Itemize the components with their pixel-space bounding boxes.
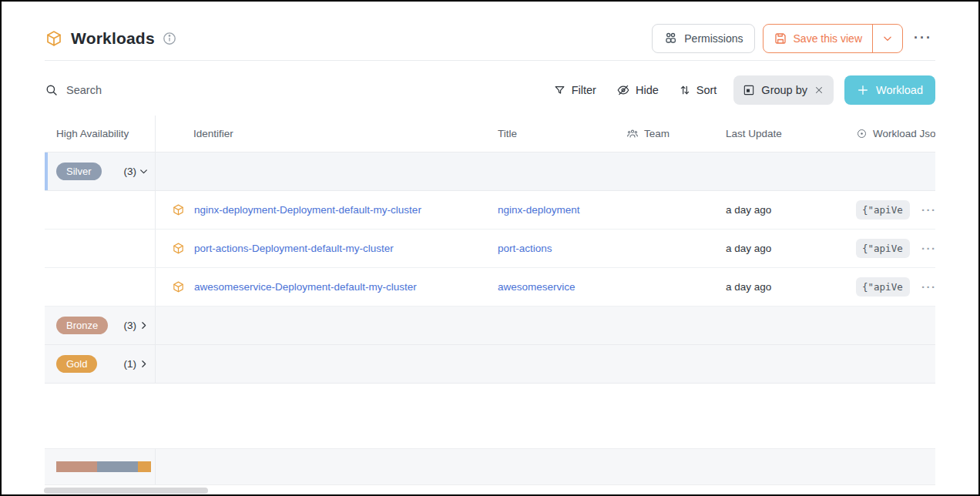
- last-update-text: a day ago: [726, 204, 771, 216]
- column-header-team[interactable]: Team: [617, 128, 717, 140]
- chevron-right-icon: [139, 359, 149, 369]
- toolbar: Filter Hide: [45, 75, 935, 106]
- chevron-right-icon: [139, 320, 149, 330]
- summary-segment-silver: [97, 461, 138, 472]
- sort-button[interactable]: Sort: [679, 84, 717, 96]
- table-header: High Availability Identifier Title Team …: [45, 116, 935, 152]
- save-view-dropdown[interactable]: [872, 25, 902, 52]
- group-pill-gold: Gold: [56, 355, 97, 373]
- header-more-button[interactable]: ···: [911, 30, 935, 46]
- group-row-bronze[interactable]: Bronze (3): [45, 307, 935, 345]
- group-by-chip[interactable]: Group by: [733, 75, 834, 105]
- page-title: Workloads: [71, 29, 155, 48]
- workload-cube-icon: [172, 242, 185, 255]
- group-pill-bronze: Bronze: [56, 317, 108, 334]
- plus-icon: [857, 84, 869, 96]
- group-count: (3): [124, 320, 137, 331]
- cell-high-availability: [45, 191, 156, 229]
- row-more-button[interactable]: ···: [921, 280, 935, 293]
- summary-segment-bronze: [56, 461, 97, 472]
- cell-high-availability: [45, 268, 156, 306]
- column-header-high-availability[interactable]: High Availability: [45, 116, 156, 152]
- group-row-silver[interactable]: Silver (3): [45, 152, 935, 191]
- identifier-link[interactable]: nginx-deployment-Deployment-default-my-c…: [194, 204, 421, 216]
- info-icon[interactable]: [163, 32, 176, 45]
- group-row-gold[interactable]: Gold (1): [45, 345, 935, 384]
- workload-cube-icon: [45, 29, 63, 48]
- summary-row: [45, 448, 935, 485]
- column-header-title[interactable]: Title: [486, 128, 617, 139]
- hide-button[interactable]: Hide: [616, 83, 659, 97]
- filter-button[interactable]: Filter: [553, 84, 596, 97]
- filter-icon: [553, 84, 566, 97]
- users-icon: [663, 31, 678, 45]
- save-icon: [774, 32, 787, 45]
- save-view-split-button: Save this view: [763, 24, 903, 53]
- identifier-link[interactable]: awesomeservice-Deployment-default-my-clu…: [194, 281, 417, 293]
- table-row[interactable]: port-actions-Deployment-default-my-clust…: [45, 230, 935, 268]
- add-workload-label: Workload: [876, 84, 923, 96]
- chevron-down-icon: [139, 166, 149, 176]
- column-header-last-update[interactable]: Last Update: [717, 128, 848, 139]
- permissions-label: Permissions: [684, 32, 743, 45]
- group-count: (1): [124, 358, 137, 370]
- table-row[interactable]: nginx-deployment-Deployment-default-my-c…: [45, 191, 935, 230]
- sort-icon: [679, 84, 691, 96]
- scrollbar-thumb[interactable]: [44, 488, 208, 494]
- close-icon[interactable]: [814, 85, 824, 96]
- title-link[interactable]: port-actions: [498, 243, 552, 254]
- add-workload-button[interactable]: Workload: [844, 75, 935, 105]
- summary-bar: [56, 461, 151, 472]
- group-by-label: Group by: [761, 84, 807, 96]
- filter-label: Filter: [572, 84, 596, 96]
- empty-space: [45, 384, 935, 448]
- group-toggle-bronze[interactable]: (3): [124, 320, 149, 331]
- cell-high-availability: [45, 230, 156, 267]
- eye-off-icon: [616, 83, 630, 97]
- permissions-button[interactable]: Permissions: [652, 24, 754, 53]
- group-toggle-silver[interactable]: (3): [124, 166, 149, 177]
- summary-segment-gold: [138, 461, 151, 472]
- title-link[interactable]: nginx-deployment: [498, 204, 580, 216]
- workload-json-chip[interactable]: {"apiVe: [856, 200, 910, 220]
- column-header-identifier[interactable]: Identifier: [156, 128, 486, 139]
- column-header-workload-json[interactable]: Workload Json: [848, 128, 935, 139]
- sort-label: Sort: [696, 84, 717, 96]
- save-view-label: Save this view: [794, 32, 862, 45]
- page-header: Workloads: [45, 24, 935, 61]
- group-pill-silver: Silver: [56, 163, 102, 180]
- workload-json-header-label: Workload Json: [873, 128, 935, 139]
- workload-json-chip[interactable]: {"apiVe: [856, 277, 910, 297]
- group-by-icon: [743, 84, 755, 96]
- hide-label: Hide: [636, 84, 659, 96]
- object-icon: [856, 128, 868, 139]
- team-header-label: Team: [644, 128, 670, 139]
- group-count: (3): [124, 166, 137, 177]
- app-window: Workloads: [0, 0, 980, 496]
- workload-cube-icon: [172, 280, 185, 293]
- horizontal-scrollbar: [45, 488, 935, 494]
- last-update-text: a day ago: [726, 243, 771, 254]
- group-toggle-gold[interactable]: (1): [124, 358, 149, 370]
- workload-json-chip[interactable]: {"apiVe: [856, 239, 910, 258]
- search-input[interactable]: [66, 84, 297, 96]
- identifier-link[interactable]: port-actions-Deployment-default-my-clust…: [194, 243, 394, 254]
- save-view-button[interactable]: Save this view: [764, 25, 872, 52]
- table-row[interactable]: awesomeservice-Deployment-default-my-clu…: [45, 268, 935, 307]
- row-more-button[interactable]: ···: [921, 242, 935, 255]
- row-more-button[interactable]: ···: [921, 203, 935, 216]
- chevron-down-icon: [882, 33, 893, 44]
- team-icon: [626, 128, 639, 140]
- last-update-text: a day ago: [726, 281, 771, 293]
- search-icon: [45, 83, 59, 97]
- workload-cube-icon: [172, 203, 185, 216]
- title-link[interactable]: awesomeservice: [498, 281, 576, 293]
